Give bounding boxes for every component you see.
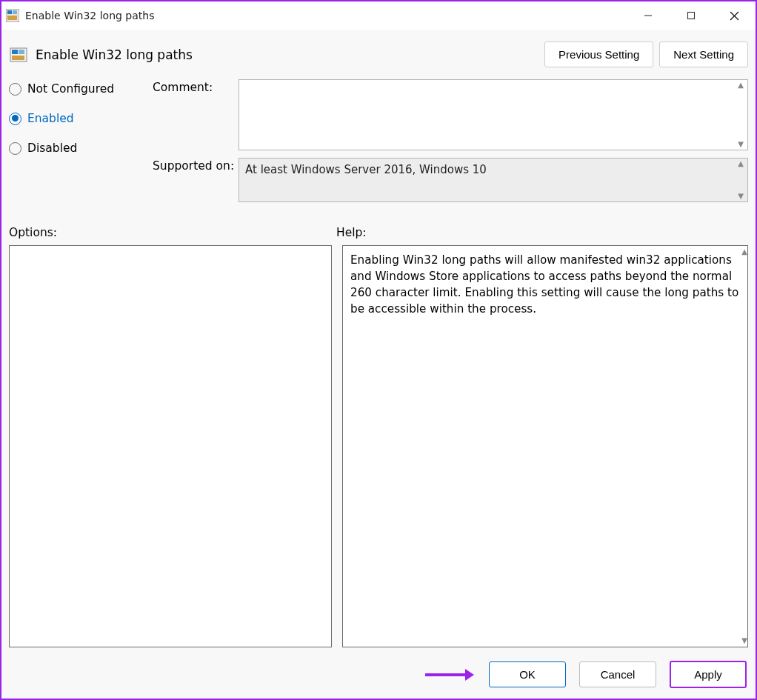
- supported-label: Supported on:: [153, 158, 239, 173]
- minimize-button[interactable]: [627, 1, 670, 30]
- comment-row: Comment: ▲ ▼: [153, 79, 748, 150]
- page-title: Enable Win32 long paths: [36, 47, 538, 62]
- close-button[interactable]: [713, 1, 756, 30]
- svg-rect-2: [13, 10, 17, 14]
- help-wrap: Enabling Win32 long paths will allow man…: [342, 245, 748, 647]
- previous-setting-button[interactable]: Previous Setting: [544, 41, 653, 67]
- header-row: Enable Win32 long paths Previous Setting…: [1, 30, 756, 75]
- titlebar: Enable Win32 long paths: [1, 1, 756, 30]
- cancel-button[interactable]: Cancel: [579, 661, 656, 687]
- config-area: Not Configured Enabled Disabled Comment:: [1, 75, 756, 210]
- radio-label: Enabled: [27, 112, 74, 125]
- comment-text[interactable]: [239, 80, 734, 150]
- radio-label: Not Configured: [27, 82, 114, 96]
- scroll-up-icon[interactable]: ▲: [734, 160, 747, 167]
- labeled-fields: Comment: ▲ ▼ Supported on: At least Wind…: [153, 79, 748, 210]
- panels-area: Enabling Win32 long paths will allow man…: [1, 245, 756, 647]
- supported-text: At least Windows Server 2016, Windows 10: [239, 159, 734, 201]
- comment-label: Comment:: [153, 79, 239, 94]
- scroll-down-icon[interactable]: ▼: [739, 637, 750, 644]
- supported-box: At least Windows Server 2016, Windows 10…: [239, 158, 748, 202]
- scroll-up-icon[interactable]: ▲: [734, 81, 747, 89]
- scroll-up-icon[interactable]: ▲: [739, 248, 750, 256]
- radio-not-configured[interactable]: Not Configured: [9, 82, 135, 96]
- window-title: Enable Win32 long paths: [25, 10, 155, 21]
- radio-icon: [9, 113, 21, 125]
- svg-rect-1: [7, 10, 12, 14]
- supported-row: Supported on: At least Windows Server 20…: [153, 158, 748, 202]
- maximize-button[interactable]: [670, 1, 713, 30]
- next-setting-button[interactable]: Next Setting: [659, 41, 748, 67]
- apply-button[interactable]: Apply: [670, 661, 747, 688]
- svg-rect-10: [19, 50, 24, 54]
- content-area: Enable Win32 long paths Previous Setting…: [1, 30, 756, 699]
- state-radio-group: Not Configured Enabled Disabled: [9, 79, 135, 210]
- options-panel[interactable]: [9, 245, 332, 647]
- app-icon: [6, 9, 19, 22]
- scroll-down-icon[interactable]: ▼: [734, 141, 747, 148]
- radio-label: Disabled: [27, 141, 77, 155]
- help-label: Help:: [336, 226, 367, 239]
- help-scroll: ▲ ▼: [739, 248, 750, 644]
- scroll-down-icon[interactable]: ▼: [734, 193, 747, 200]
- comment-box[interactable]: ▲ ▼: [239, 79, 748, 150]
- gpedit-setting-window: Enable Win32 long paths Enable Win32 lon…: [0, 0, 757, 700]
- radio-enabled[interactable]: Enabled: [9, 112, 135, 125]
- panel-labels: Options: Help:: [1, 210, 756, 245]
- dialog-buttons: OK Cancel Apply: [1, 647, 756, 699]
- policy-icon: [9, 45, 28, 64]
- annotation-arrow-icon: [425, 669, 474, 681]
- svg-rect-11: [12, 56, 24, 60]
- svg-rect-9: [12, 50, 18, 54]
- supported-scroll: ▲ ▼: [734, 159, 747, 201]
- options-label: Options:: [9, 226, 336, 239]
- radio-disabled[interactable]: Disabled: [9, 141, 135, 155]
- help-panel: Enabling Win32 long paths will allow man…: [342, 245, 748, 647]
- comment-scroll: ▲ ▼: [734, 80, 747, 150]
- radio-icon: [9, 83, 21, 96]
- ok-button[interactable]: OK: [489, 661, 566, 687]
- svg-rect-3: [7, 16, 17, 20]
- radio-icon: [9, 142, 21, 155]
- svg-rect-5: [688, 13, 695, 19]
